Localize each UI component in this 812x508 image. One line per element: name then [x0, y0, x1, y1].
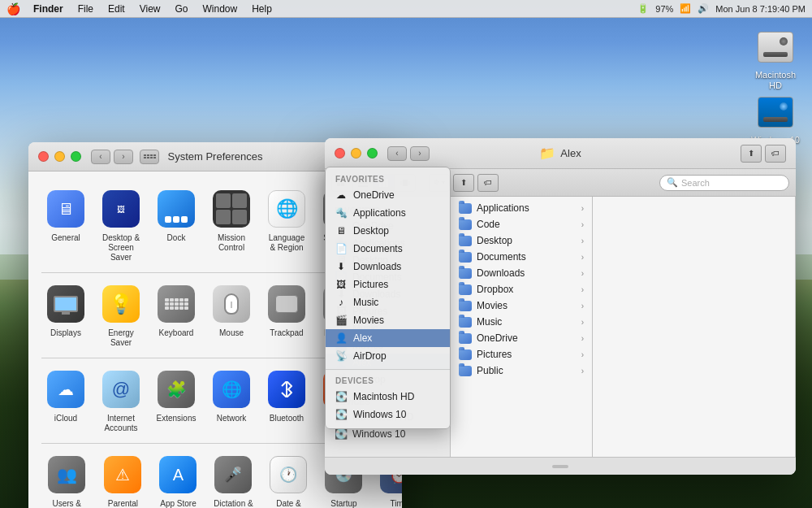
- popup-movies[interactable]: 🎬 Movies: [326, 311, 450, 329]
- sp-icloud[interactable]: ☁ iCloud: [41, 365, 90, 436]
- col-item-documents[interactable]: Documents ›: [451, 249, 592, 265]
- col-item-dropbox[interactable]: Dropbox ›: [451, 281, 592, 297]
- finder-forward-button[interactable]: ›: [410, 146, 430, 161]
- folder-icon-movies: [459, 301, 472, 311]
- sp-energy[interactable]: 💡 Energy Saver: [97, 280, 145, 351]
- sp-mission-control[interactable]: Mission Control: [207, 185, 256, 266]
- popup-alex[interactable]: 👤 Alex: [326, 329, 450, 347]
- displays-label: Displays: [50, 328, 81, 338]
- sp-datetime[interactable]: 🕐 Date & Time: [264, 450, 313, 508]
- folder-icon-desktop: [459, 236, 472, 246]
- minimize-button[interactable]: [54, 151, 65, 162]
- apple-menu-icon[interactable]: 🍎: [6, 2, 20, 15]
- finder-columns: Applications › Code ›: [451, 197, 796, 457]
- menubar-file[interactable]: File: [71, 2, 100, 16]
- sp-extensions[interactable]: 🧩 Extensions: [152, 365, 201, 436]
- sp-desktop-screensaver[interactable]: 🖼 Desktop & Screen Saver: [97, 185, 145, 266]
- col-item-public[interactable]: Public ›: [451, 363, 592, 379]
- windows10-icon: [756, 93, 795, 132]
- col-item-pictures[interactable]: Pictures ›: [451, 346, 592, 363]
- sp-internet-accounts[interactable]: @ Internet Accounts: [97, 365, 145, 436]
- dictation-icon: 🎤: [214, 456, 252, 493]
- share-button[interactable]: ⬆: [741, 145, 762, 163]
- popup-airdrop[interactable]: 📡 AirDrop: [326, 347, 450, 365]
- popup-onedrive-label: OneDrive: [353, 189, 395, 201]
- public-label: Public: [477, 365, 503, 376]
- popup-macintosh-hd[interactable]: 💽 Macintosh HD: [326, 388, 450, 406]
- sp-parental[interactable]: ⚠ Parental Controls: [98, 450, 147, 508]
- sp-language-region[interactable]: 🌐 Language & Region: [262, 185, 311, 266]
- folder-icon-public: [459, 366, 472, 376]
- sysprefs-title: System Preferences: [167, 150, 262, 163]
- popup-applications[interactable]: 🔩 Applications: [326, 204, 450, 222]
- sp-dictation[interactable]: 🎤 Dictation & Speech: [209, 450, 257, 508]
- tag-button[interactable]: 🏷: [765, 145, 786, 163]
- bluetooth-label: Bluetooth: [270, 414, 304, 423]
- finder-close-button[interactable]: [335, 148, 345, 158]
- col-item-music[interactable]: Music ›: [451, 314, 592, 330]
- desktop-icon-macintosh-hd[interactable]: Macintosh HD: [747, 24, 804, 94]
- add-tag-button[interactable]: 🏷: [477, 174, 499, 192]
- menubar-edit[interactable]: Edit: [102, 2, 132, 16]
- col-item-onedrive[interactable]: OneDrive ›: [451, 330, 592, 346]
- item-content: Documents: [459, 251, 526, 263]
- popup-devices-section: Devices 💽 Macintosh HD 💽 Windows 10: [326, 372, 450, 425]
- sp-users-groups[interactable]: 👥 Users & Groups: [41, 450, 92, 508]
- popup-pictures-icon: 🖼: [335, 279, 347, 290]
- menubar-window[interactable]: Window: [197, 2, 244, 16]
- general-icon: 🖥: [47, 190, 84, 228]
- sp-general[interactable]: 🖥 General: [41, 185, 90, 266]
- sp-keyboard[interactable]: Keyboard: [152, 280, 201, 351]
- sp-displays[interactable]: Displays: [41, 280, 90, 351]
- popup-music[interactable]: ♪ Music: [326, 293, 450, 311]
- macintosh-hd-label: Macintosh HD: [750, 70, 801, 91]
- general-label: General: [51, 233, 80, 243]
- back-button[interactable]: ‹: [91, 150, 110, 164]
- sp-trackpad[interactable]: Trackpad: [262, 280, 311, 351]
- popup-pictures[interactable]: 🖼 Pictures: [326, 276, 450, 293]
- maximize-button[interactable]: [71, 151, 81, 162]
- col-item-movies[interactable]: Movies ›: [451, 297, 592, 314]
- menubar-go[interactable]: Go: [169, 2, 195, 16]
- sp-appstore[interactable]: A App Store: [153, 450, 202, 508]
- finder-statusbar: [325, 457, 796, 475]
- menubar-finder[interactable]: Finder: [27, 2, 70, 16]
- popup-downloads[interactable]: ⬇ Downloads: [326, 258, 450, 276]
- search-field[interactable]: 🔍 Search: [659, 175, 789, 191]
- sp-dock[interactable]: Dock: [152, 185, 201, 266]
- popup-desktop[interactable]: 🖥 Desktop: [326, 222, 450, 240]
- popup-windows10[interactable]: 💽 Windows 10: [326, 406, 450, 423]
- item-content: Movies: [459, 300, 508, 311]
- finder-minimize-button[interactable]: [351, 148, 361, 158]
- sidebar-popup: Favorites ☁ OneDrive 🔩 Applications 🖥 De…: [325, 167, 451, 429]
- col-item-downloads[interactable]: Downloads ›: [451, 265, 592, 281]
- sp-mouse[interactable]: Mouse: [207, 280, 256, 351]
- menubar-help[interactable]: Help: [245, 2, 279, 16]
- popup-favorites-label: Favorites: [326, 172, 450, 186]
- resize-handle[interactable]: [552, 465, 568, 468]
- col-item-applications[interactable]: Applications ›: [451, 200, 592, 216]
- grid-view-button[interactable]: [140, 150, 159, 164]
- keyboard-icon: [158, 285, 195, 323]
- trackpad-label: Trackpad: [270, 328, 303, 338]
- volume-icon: 🔊: [698, 3, 709, 14]
- sp-network[interactable]: 🌐 Network: [207, 365, 256, 436]
- share-action-button[interactable]: ⬆: [453, 174, 474, 192]
- col-item-desktop[interactable]: Desktop ›: [451, 232, 592, 249]
- internet-label: Internet Accounts: [100, 414, 142, 433]
- popup-airdrop-icon: 📡: [335, 350, 347, 362]
- finder-back-button[interactable]: ‹: [387, 146, 407, 161]
- col-item-code[interactable]: Code ›: [451, 216, 592, 232]
- close-button[interactable]: [38, 151, 49, 162]
- battery-icon: 🔋: [637, 3, 649, 14]
- menubar-view[interactable]: View: [133, 2, 167, 16]
- pictures-arrow: ›: [581, 350, 584, 359]
- sp-bluetooth[interactable]: Bluetooth: [262, 365, 311, 436]
- icloud-icon: ☁: [47, 371, 84, 408]
- finder-maximize-button[interactable]: [367, 148, 378, 158]
- popup-onedrive[interactable]: ☁ OneDrive: [326, 186, 450, 204]
- popup-documents[interactable]: 📄 Documents: [326, 240, 450, 258]
- item-content: Applications: [459, 202, 529, 214]
- forward-button[interactable]: ›: [114, 150, 133, 164]
- documents-col-label: Documents: [477, 251, 526, 263]
